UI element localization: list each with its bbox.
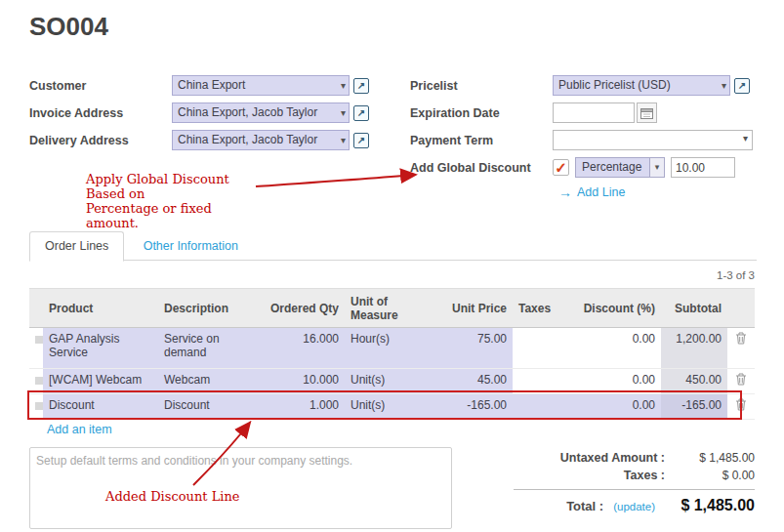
cell-product[interactable]: Discount — [43, 394, 158, 420]
discount-amount-input[interactable] — [671, 157, 735, 178]
cell-taxes[interactable] — [513, 369, 563, 394]
cell-qty[interactable]: 16.000 — [259, 328, 345, 369]
cell-discount[interactable]: 0.00 — [563, 394, 661, 420]
annotation-line: Percentage or fixed amount. — [86, 201, 267, 230]
table-row-discount[interactable]: Discount Discount 1.000 Unit(s) -165.00 … — [29, 394, 755, 420]
terms-and-conditions-textarea[interactable] — [29, 447, 452, 529]
pricelist-value: Public Pricelist (USD) — [558, 78, 671, 92]
calendar-glyph — [640, 107, 653, 119]
col-discount[interactable]: Discount (%) — [563, 289, 661, 328]
cell-taxes[interactable] — [513, 394, 563, 420]
cell-unit-price[interactable]: 75.00 — [439, 328, 513, 369]
annotation-discount-line: Added Discount Line — [105, 489, 240, 504]
add-an-item-link[interactable]: Add an item — [47, 423, 112, 436]
cell-description[interactable]: Discount — [158, 394, 259, 420]
total-row: Total : (update) $ 1,485.00 — [506, 497, 755, 514]
cell-taxes[interactable] — [513, 328, 563, 369]
col-description[interactable]: Description — [158, 289, 259, 328]
totals-divider — [514, 489, 755, 490]
col-taxes[interactable]: Taxes — [513, 289, 563, 328]
delivery-address-select[interactable]: China Export, Jacob Taylor ▾ — [172, 130, 350, 150]
delivery-address-value: China Export, Jacob Taylor — [178, 133, 317, 146]
open-pricelist-icon[interactable]: ↗ — [734, 78, 750, 94]
cell-uom[interactable]: Unit(s) — [345, 369, 439, 394]
cell-subtotal: -165.00 — [661, 394, 727, 420]
cell-unit-price[interactable]: 45.00 — [439, 369, 513, 394]
table-row[interactable]: [WCAM] Webcam Webcam 10.000 Unit(s) 45.0… — [29, 369, 755, 394]
delete-row-button[interactable] — [727, 328, 755, 369]
payment-term-label: Payment Term — [410, 134, 553, 147]
open-customer-icon[interactable]: ↗ — [353, 78, 369, 94]
total-value: $ 1,485.00 — [657, 497, 755, 514]
payment-term-select[interactable]: ▾ — [553, 130, 753, 150]
field-pricelist: Pricelist Public Pricelist (USD) ▾ ↗ — [410, 74, 762, 97]
discount-type-value: Percentage — [582, 160, 641, 174]
drag-handle-icon[interactable] — [35, 402, 43, 410]
pricelist-label: Pricelist — [410, 79, 553, 93]
field-delivery-address: Delivery Address China Export, Jacob Tay… — [29, 129, 400, 151]
cell-unit-price[interactable]: -165.00 — [439, 394, 513, 420]
calendar-icon[interactable] — [637, 102, 657, 123]
pager[interactable]: 1-3 of 3 — [717, 269, 755, 281]
expiration-date-input[interactable] — [553, 102, 635, 123]
chevron-down-icon: ▾ — [743, 133, 748, 143]
trash-icon — [735, 373, 747, 386]
pricelist-select[interactable]: Public Pricelist (USD) ▾ — [553, 75, 730, 96]
row-handle[interactable] — [29, 369, 43, 394]
order-lines-table: Product Description Ordered Qty Unit of … — [29, 288, 755, 420]
delete-column-header — [727, 289, 755, 328]
chevron-down-icon[interactable]: ▾ — [341, 76, 346, 95]
global-discount-label: Add Global Discount — [410, 161, 553, 175]
col-subtotal[interactable]: Subtotal — [661, 289, 727, 328]
cell-discount[interactable]: 0.00 — [563, 328, 661, 369]
table-row[interactable]: GAP Analysis Service Service on demand 1… — [29, 328, 755, 369]
tab-other-information[interactable]: Other Information — [128, 231, 254, 262]
discount-type-select[interactable]: Percentage ▾ — [575, 157, 665, 178]
drag-handle-icon[interactable] — [35, 336, 43, 344]
delete-row-button[interactable] — [727, 394, 755, 420]
global-discount-checkbox[interactable]: ✓ — [553, 159, 569, 176]
cell-product[interactable]: GAP Analysis Service — [43, 328, 158, 369]
col-product[interactable]: Product — [43, 289, 158, 328]
row-handle[interactable] — [29, 394, 43, 420]
trash-icon — [735, 398, 747, 411]
handle-column-header — [29, 289, 43, 328]
row-handle[interactable] — [29, 328, 43, 369]
col-unit-of-measure[interactable]: Unit of Measure — [345, 289, 439, 328]
field-global-discount: Add Global Discount ✓ Percentage ▾ — [410, 156, 762, 179]
col-unit-price[interactable]: Unit Price — [439, 289, 513, 328]
invoice-address-value: China Export, Jacob Taylor — [178, 105, 317, 119]
chevron-down-icon[interactable]: ▾ — [722, 76, 726, 95]
table-header-row: Product Description Ordered Qty Unit of … — [29, 289, 755, 328]
cell-qty[interactable]: 1.000 — [259, 394, 345, 420]
field-payment-term: Payment Term ▾ — [410, 129, 762, 151]
invoice-address-select[interactable]: China Export, Jacob Taylor ▾ — [172, 102, 350, 123]
cell-uom[interactable]: Hour(s) — [345, 328, 439, 369]
annotation-line: Apply Global Discount Based on — [86, 172, 267, 201]
cell-uom[interactable]: Unit(s) — [345, 394, 439, 420]
cell-description[interactable]: Webcam — [158, 369, 259, 394]
cell-description[interactable]: Service on demand — [158, 328, 259, 369]
col-ordered-qty[interactable]: Ordered Qty — [259, 289, 345, 328]
delivery-address-label: Delivery Address — [29, 134, 172, 147]
open-invoice-address-icon[interactable]: ↗ — [353, 105, 369, 121]
chevron-down-icon[interactable]: ▾ — [341, 131, 346, 149]
customer-select[interactable]: China Export ▾ — [172, 75, 350, 96]
tab-order-lines[interactable]: Order Lines — [29, 231, 124, 262]
cell-discount[interactable]: 0.00 — [563, 369, 661, 394]
form-right-column: Pricelist Public Pricelist (USD) ▾ ↗ Exp… — [410, 74, 762, 200]
untaxed-amount-value: $ 1,485.00 — [665, 451, 755, 465]
delete-row-button[interactable] — [727, 369, 755, 394]
field-expiration-date: Expiration Date — [410, 102, 762, 124]
cell-product[interactable]: [WCAM] Webcam — [43, 369, 158, 394]
update-total-link[interactable]: (update) — [613, 501, 655, 512]
arrow-to-global-discount — [256, 175, 414, 186]
untaxed-amount-label: Untaxed Amount : — [506, 451, 665, 465]
form-left-column: Customer China Export ▾ ↗ Invoice Addres… — [29, 74, 400, 156]
chevron-down-icon[interactable]: ▾ — [341, 103, 346, 122]
add-line-button[interactable]: → Add Line — [558, 184, 762, 200]
cell-qty[interactable]: 10.000 — [259, 369, 345, 394]
open-delivery-address-icon[interactable]: ↗ — [353, 133, 369, 148]
drag-handle-icon[interactable] — [35, 377, 43, 385]
taxes-value: $ 0.00 — [665, 469, 755, 482]
